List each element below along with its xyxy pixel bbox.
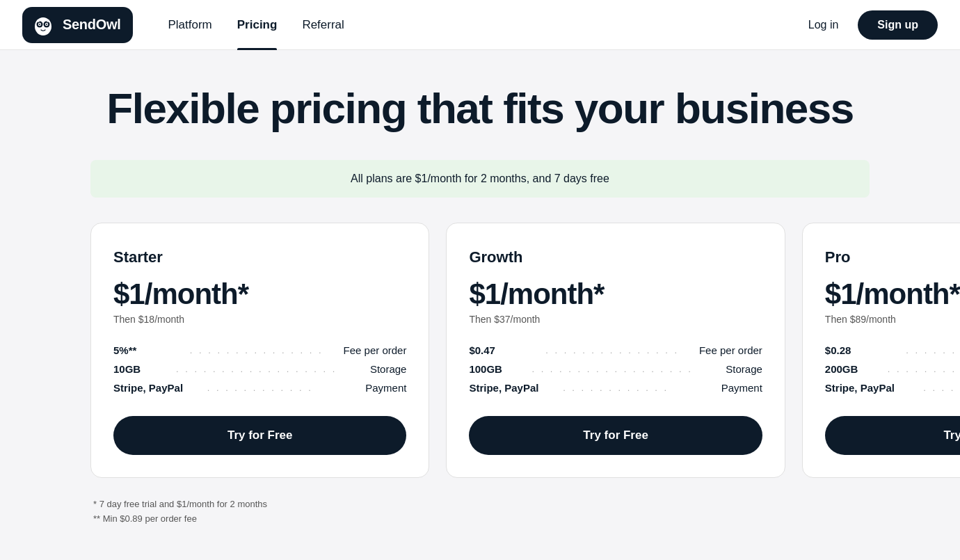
plan-growth-price: $1/month* xyxy=(469,278,762,311)
feature-dots: . . . . . . . . . . . . . . . . . . . xyxy=(888,364,960,374)
feature-value: Payment xyxy=(337,382,406,394)
feature-label: Stripe, PayPal xyxy=(825,382,895,394)
feature-row: $0.47 . . . . . . . . . . . . . . . Fee … xyxy=(469,344,762,356)
feature-label: 200GB xyxy=(825,363,888,375)
login-button[interactable]: Log in xyxy=(800,13,847,37)
feature-value: Payment xyxy=(693,382,762,394)
plan-pro-price: $1/month* xyxy=(825,278,960,311)
feature-row: $0.28 . . . . . . . . . . . . . . . Fee … xyxy=(825,344,960,356)
plan-starter-features: 5%** . . . . . . . . . . . . . . . Fee p… xyxy=(113,344,406,394)
nav-referral[interactable]: Referral xyxy=(289,0,356,50)
plan-growth-then: Then $37/month xyxy=(469,314,762,325)
plan-starter-then: Then $18/month xyxy=(113,314,406,325)
hero-title: Flexible pricing that fits your business xyxy=(90,85,870,132)
promo-text: All plans are $1/month for 2 months, and… xyxy=(351,173,609,184)
svg-point-5 xyxy=(39,24,40,25)
plan-pro-name: Pro xyxy=(825,248,960,266)
promo-banner: All plans are $1/month for 2 months, and… xyxy=(90,160,870,198)
nav-links: Platform Pricing Referral xyxy=(155,0,799,50)
feature-row: Stripe, PayPal . . . . . . . . . . . . P… xyxy=(469,382,762,394)
feature-dots: . . . . . . . . . . . . xyxy=(538,383,692,393)
feature-label: 100GB xyxy=(469,363,531,375)
plan-pro-then: Then $89/month xyxy=(825,314,960,325)
footnotes: * 7 day free trial and $1/month for 2 mo… xyxy=(90,497,870,527)
feature-row: 200GB . . . . . . . . . . . . . . . . . … xyxy=(825,363,960,375)
main-content: Flexible pricing that fits your business… xyxy=(63,50,897,554)
nav-platform[interactable]: Platform xyxy=(155,0,224,50)
feature-dots: . . . . . . . . . . . . xyxy=(895,383,960,393)
plan-pro-features: $0.28 . . . . . . . . . . . . . . . Fee … xyxy=(825,344,960,394)
plan-starter-price: $1/month* xyxy=(113,278,406,311)
plan-growth-name: Growth xyxy=(469,248,762,266)
nav-actions: Log in Sign up xyxy=(800,10,938,40)
brand-logo[interactable]: SendOwl xyxy=(22,7,133,43)
feature-label: Stripe, PayPal xyxy=(113,382,183,394)
feature-row: Stripe, PayPal . . . . . . . . . . . . P… xyxy=(825,382,960,394)
brand-name: SendOwl xyxy=(63,17,120,33)
feature-label: Stripe, PayPal xyxy=(469,382,538,394)
feature-label: 5%** xyxy=(113,344,176,356)
feature-label: 10GB xyxy=(113,363,176,375)
plan-pro: Pro $1/month* Then $89/month $0.28 . . .… xyxy=(802,223,960,478)
feature-value: Fee per order xyxy=(693,344,762,356)
feature-row: 100GB . . . . . . . . . . . . . . . . . … xyxy=(469,363,762,375)
nav-pricing[interactable]: Pricing xyxy=(225,0,290,50)
feature-label: $0.47 xyxy=(469,344,531,356)
feature-dots: . . . . . . . . . . . . . . . xyxy=(531,345,692,355)
plan-starter-name: Starter xyxy=(113,248,406,266)
plan-pro-cta[interactable]: Try for Free xyxy=(825,416,960,455)
signup-button[interactable]: Sign up xyxy=(858,10,938,40)
feature-dots: . . . . . . . . . . . . . . . xyxy=(888,345,960,355)
footnote-line1: * 7 day free trial and $1/month for 2 mo… xyxy=(93,497,867,512)
plan-starter: Starter $1/month* Then $18/month 5%** . … xyxy=(90,223,429,478)
navbar: SendOwl Platform Pricing Referral Log in… xyxy=(0,0,960,50)
feature-row: Stripe, PayPal . . . . . . . . . . . . P… xyxy=(113,382,406,394)
owl-icon xyxy=(31,13,56,38)
feature-dots: . . . . . . . . . . . . . . . xyxy=(176,345,337,355)
plan-growth-features: $0.47 . . . . . . . . . . . . . . . Fee … xyxy=(469,344,762,394)
feature-row: 10GB . . . . . . . . . . . . . . . . . .… xyxy=(113,363,406,375)
feature-value: Fee per order xyxy=(337,344,406,356)
plan-starter-cta[interactable]: Try for Free xyxy=(113,416,406,455)
feature-row: 5%** . . . . . . . . . . . . . . . Fee p… xyxy=(113,344,406,356)
feature-value: Storage xyxy=(693,363,762,375)
svg-point-6 xyxy=(46,24,47,25)
feature-value: Storage xyxy=(337,363,406,375)
feature-dots: . . . . . . . . . . . . xyxy=(183,383,337,393)
plan-growth: Growth $1/month* Then $37/month $0.47 . … xyxy=(446,223,785,478)
feature-label: $0.28 xyxy=(825,344,888,356)
footnote-line2: ** Min $0.89 per order fee xyxy=(93,512,867,527)
feature-dots: . . . . . . . . . . . . . . . . . . xyxy=(176,364,337,374)
feature-dots: . . . . . . . . . . . . . . . . . . xyxy=(531,364,692,374)
plan-growth-cta[interactable]: Try for Free xyxy=(469,416,762,455)
pricing-grid: Starter $1/month* Then $18/month 5%** . … xyxy=(90,223,870,478)
